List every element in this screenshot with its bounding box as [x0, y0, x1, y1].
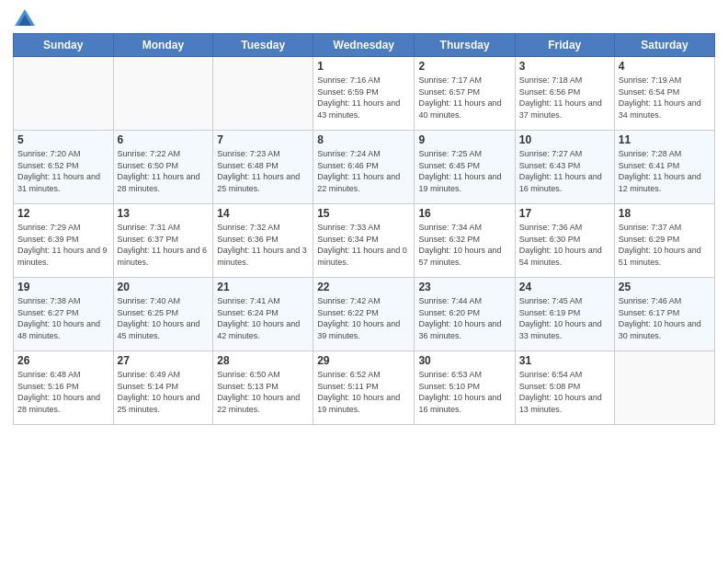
day-info: Sunrise: 7:32 AM Sunset: 6:36 PM Dayligh… [217, 222, 309, 268]
weekday-header-row: SundayMondayTuesdayWednesdayThursdayFrid… [14, 34, 715, 57]
calendar-cell: 22Sunrise: 7:42 AM Sunset: 6:22 PM Dayli… [313, 278, 415, 351]
calendar-cell [14, 57, 114, 131]
week-row-4: 19Sunrise: 7:38 AM Sunset: 6:27 PM Dayli… [14, 278, 715, 351]
day-info: Sunrise: 7:31 AM Sunset: 6:37 PM Dayligh… [118, 222, 210, 268]
day-info: Sunrise: 7:22 AM Sunset: 6:50 PM Dayligh… [118, 148, 210, 194]
week-row-3: 12Sunrise: 7:29 AM Sunset: 6:39 PM Dayli… [14, 204, 715, 278]
day-number: 20 [118, 281, 210, 293]
day-info: Sunrise: 7:36 AM Sunset: 6:30 PM Dayligh… [519, 222, 610, 268]
calendar-cell: 4Sunrise: 7:19 AM Sunset: 6:54 PM Daylig… [614, 57, 714, 131]
day-number: 6 [118, 133, 210, 146]
day-number: 8 [317, 133, 410, 146]
day-number: 25 [619, 281, 711, 293]
day-number: 23 [418, 281, 510, 293]
day-info: Sunrise: 7:25 AM Sunset: 6:45 PM Dayligh… [418, 148, 510, 194]
calendar-cell [113, 57, 213, 131]
day-info: Sunrise: 7:19 AM Sunset: 6:54 PM Dayligh… [619, 75, 711, 121]
calendar-cell: 11Sunrise: 7:28 AM Sunset: 6:41 PM Dayli… [614, 131, 714, 204]
day-info: Sunrise: 7:23 AM Sunset: 6:48 PM Dayligh… [217, 148, 309, 194]
day-number: 13 [118, 207, 210, 220]
calendar-cell: 9Sunrise: 7:25 AM Sunset: 6:45 PM Daylig… [415, 131, 515, 204]
day-info: Sunrise: 7:18 AM Sunset: 6:56 PM Dayligh… [519, 75, 610, 121]
calendar-cell: 3Sunrise: 7:18 AM Sunset: 6:56 PM Daylig… [515, 57, 614, 131]
day-info: Sunrise: 7:20 AM Sunset: 6:52 PM Dayligh… [17, 148, 109, 194]
calendar-cell: 25Sunrise: 7:46 AM Sunset: 6:17 PM Dayli… [614, 278, 714, 351]
day-info: Sunrise: 7:45 AM Sunset: 6:19 PM Dayligh… [519, 295, 610, 341]
calendar-cell: 21Sunrise: 7:41 AM Sunset: 6:24 PM Dayli… [213, 278, 313, 351]
calendar-cell: 30Sunrise: 6:53 AM Sunset: 5:10 PM Dayli… [415, 351, 515, 425]
calendar-cell: 15Sunrise: 7:33 AM Sunset: 6:34 PM Dayli… [313, 204, 415, 278]
day-number: 21 [217, 281, 309, 293]
page-container: SundayMondayTuesdayWednesdayThursdayFrid… [0, 0, 728, 563]
day-number: 27 [118, 354, 210, 367]
calendar-cell: 10Sunrise: 7:27 AM Sunset: 6:43 PM Dayli… [515, 131, 614, 204]
day-number: 26 [17, 354, 109, 367]
day-info: Sunrise: 7:28 AM Sunset: 6:41 PM Dayligh… [619, 148, 711, 194]
day-number: 28 [217, 354, 309, 367]
calendar-cell: 17Sunrise: 7:36 AM Sunset: 6:30 PM Dayli… [515, 204, 614, 278]
weekday-header-friday: Friday [515, 34, 614, 57]
day-info: Sunrise: 7:42 AM Sunset: 6:22 PM Dayligh… [317, 295, 410, 341]
weekday-header-tuesday: Tuesday [213, 34, 313, 57]
day-info: Sunrise: 7:41 AM Sunset: 6:24 PM Dayligh… [217, 295, 309, 341]
calendar-cell: 13Sunrise: 7:31 AM Sunset: 6:37 PM Dayli… [113, 204, 213, 278]
day-number: 7 [217, 133, 309, 146]
weekday-header-wednesday: Wednesday [313, 34, 415, 57]
calendar-cell: 24Sunrise: 7:45 AM Sunset: 6:19 PM Dayli… [515, 278, 614, 351]
day-info: Sunrise: 6:48 AM Sunset: 5:16 PM Dayligh… [17, 369, 109, 415]
weekday-header-monday: Monday [113, 34, 213, 57]
calendar-cell: 31Sunrise: 6:54 AM Sunset: 5:08 PM Dayli… [515, 351, 614, 425]
day-number: 22 [317, 281, 410, 293]
day-info: Sunrise: 7:40 AM Sunset: 6:25 PM Dayligh… [118, 295, 210, 341]
calendar-cell: 28Sunrise: 6:50 AM Sunset: 5:13 PM Dayli… [213, 351, 313, 425]
day-info: Sunrise: 7:38 AM Sunset: 6:27 PM Dayligh… [17, 295, 109, 341]
day-number: 16 [418, 207, 510, 220]
day-number: 4 [619, 60, 711, 73]
day-number: 2 [418, 60, 510, 73]
day-info: Sunrise: 7:34 AM Sunset: 6:32 PM Dayligh… [418, 222, 510, 268]
logo [13, 9, 35, 26]
day-info: Sunrise: 6:52 AM Sunset: 5:11 PM Dayligh… [317, 369, 410, 415]
calendar-cell: 27Sunrise: 6:49 AM Sunset: 5:14 PM Dayli… [113, 351, 213, 425]
calendar-cell [213, 57, 313, 131]
calendar-cell: 23Sunrise: 7:44 AM Sunset: 6:20 PM Dayli… [415, 278, 515, 351]
day-number: 29 [317, 354, 410, 367]
week-row-5: 26Sunrise: 6:48 AM Sunset: 5:16 PM Dayli… [14, 351, 715, 425]
calendar-cell: 14Sunrise: 7:32 AM Sunset: 6:36 PM Dayli… [213, 204, 313, 278]
day-info: Sunrise: 7:16 AM Sunset: 6:59 PM Dayligh… [317, 75, 410, 121]
day-info: Sunrise: 6:53 AM Sunset: 5:10 PM Dayligh… [418, 369, 510, 415]
calendar-cell: 2Sunrise: 7:17 AM Sunset: 6:57 PM Daylig… [415, 57, 515, 131]
day-info: Sunrise: 6:50 AM Sunset: 5:13 PM Dayligh… [217, 369, 309, 415]
day-number: 17 [519, 207, 610, 220]
calendar-cell: 18Sunrise: 7:37 AM Sunset: 6:29 PM Dayli… [614, 204, 714, 278]
day-info: Sunrise: 7:33 AM Sunset: 6:34 PM Dayligh… [317, 222, 410, 268]
calendar-cell: 29Sunrise: 6:52 AM Sunset: 5:11 PM Dayli… [313, 351, 415, 425]
day-info: Sunrise: 6:49 AM Sunset: 5:14 PM Dayligh… [118, 369, 210, 415]
calendar-cell: 12Sunrise: 7:29 AM Sunset: 6:39 PM Dayli… [14, 204, 114, 278]
day-number: 24 [519, 281, 610, 293]
calendar-cell: 1Sunrise: 7:16 AM Sunset: 6:59 PM Daylig… [313, 57, 415, 131]
weekday-header-sunday: Sunday [14, 34, 114, 57]
day-number: 15 [317, 207, 410, 220]
day-number: 18 [619, 207, 711, 220]
week-row-1: 1Sunrise: 7:16 AM Sunset: 6:59 PM Daylig… [14, 57, 715, 131]
day-number: 31 [519, 354, 610, 367]
header [13, 9, 715, 26]
day-number: 30 [418, 354, 510, 367]
day-number: 12 [17, 207, 109, 220]
day-number: 19 [17, 281, 109, 293]
day-number: 10 [519, 133, 610, 146]
day-number: 1 [317, 60, 410, 73]
day-info: Sunrise: 7:24 AM Sunset: 6:46 PM Dayligh… [317, 148, 410, 194]
calendar-cell: 6Sunrise: 7:22 AM Sunset: 6:50 PM Daylig… [113, 131, 213, 204]
day-info: Sunrise: 7:17 AM Sunset: 6:57 PM Dayligh… [418, 75, 510, 121]
day-number: 5 [17, 133, 109, 146]
calendar-cell: 26Sunrise: 6:48 AM Sunset: 5:16 PM Dayli… [14, 351, 114, 425]
calendar-cell: 7Sunrise: 7:23 AM Sunset: 6:48 PM Daylig… [213, 131, 313, 204]
day-number: 11 [619, 133, 711, 146]
calendar-cell: 19Sunrise: 7:38 AM Sunset: 6:27 PM Dayli… [14, 278, 114, 351]
day-info: Sunrise: 7:29 AM Sunset: 6:39 PM Dayligh… [17, 222, 109, 268]
weekday-header-thursday: Thursday [415, 34, 515, 57]
calendar-cell [614, 351, 714, 425]
week-row-2: 5Sunrise: 7:20 AM Sunset: 6:52 PM Daylig… [14, 131, 715, 204]
